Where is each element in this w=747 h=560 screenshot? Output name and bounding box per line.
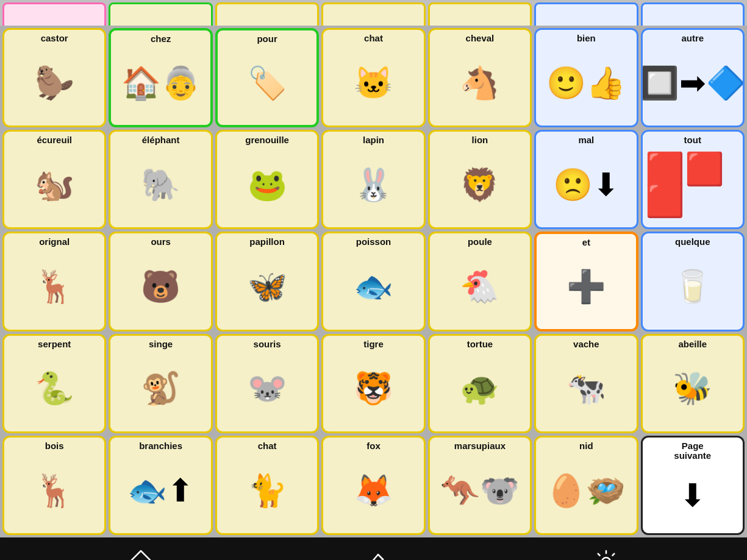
card-image: 🥛 — [645, 247, 740, 326]
card-image: 🐟⬆ — [113, 451, 208, 530]
card-image: 🐸 — [220, 146, 315, 224]
card-label: Page suivante — [674, 441, 711, 461]
card-fox[interactable]: fox🦊 — [321, 436, 425, 535]
edit-icon[interactable] — [360, 548, 387, 561]
card-label: tigre — [363, 339, 384, 350]
card-image: ⬇ — [645, 461, 740, 530]
card-papillon[interactable]: papillon🦋 — [215, 232, 319, 331]
card-image: 🐻 — [113, 247, 208, 326]
card-orignal[interactable]: orignal🦌 — [2, 232, 106, 331]
top-card-0[interactable] — [2, 2, 106, 26]
card-grenouille[interactable]: grenouille🐸 — [215, 130, 319, 229]
card-image: 🐴 — [432, 44, 527, 122]
top-card-1[interactable] — [109, 2, 212, 26]
card-castor[interactable]: castor🦫 — [2, 28, 106, 127]
card-chat[interactable]: chat🐈 — [215, 436, 319, 535]
card-label: quelque — [675, 237, 710, 247]
card-label: poule — [468, 237, 492, 247]
card-poisson[interactable]: poisson🐟 — [321, 232, 425, 331]
card-quelque[interactable]: quelque🥛 — [641, 232, 745, 331]
card-abeille[interactable]: abeille🐝 — [641, 334, 745, 433]
svg-point-5 — [602, 558, 610, 561]
top-card-6[interactable] — [641, 2, 745, 26]
card-image: 🐱 — [326, 44, 421, 122]
card-nid[interactable]: nid🥚🪺 — [534, 436, 638, 535]
card-label: marsupiaux — [454, 441, 506, 452]
card-label: écureuil — [37, 135, 72, 146]
card-image: 🐟 — [326, 247, 421, 326]
card-ours[interactable]: ours🐻 — [109, 232, 212, 331]
card-image: 🐒 — [113, 349, 208, 428]
card-label: chat — [364, 34, 383, 44]
card-label: vache — [573, 339, 599, 350]
main-grid: castor🦫chez🏠👵pour🏷️chat🐱cheval🐴bien🙂👍aut… — [0, 26, 747, 537]
card-poule[interactable]: poule🐔 — [428, 232, 532, 331]
card-label: souris — [254, 339, 281, 350]
card-vache[interactable]: vache🐄 — [534, 334, 638, 433]
card-souris[interactable]: souris🐭 — [215, 334, 319, 433]
card-branchies[interactable]: branchies🐟⬆ — [109, 436, 212, 535]
settings-icon[interactable] — [593, 548, 620, 561]
card-image: 🟥🟥🟥 — [645, 146, 740, 224]
top-card-3[interactable] — [321, 2, 425, 26]
svg-line-1 — [365, 555, 378, 561]
card-image: 🐿️ — [7, 146, 102, 224]
card-et[interactable]: et➕ — [534, 232, 638, 331]
card-bien[interactable]: bien🙂👍 — [534, 28, 638, 127]
card-image: 🦫 — [7, 44, 102, 122]
card-lapin[interactable]: lapin🐰 — [321, 130, 425, 229]
card-bois[interactable]: bois🦌 — [2, 436, 106, 535]
card-label: orignal — [39, 237, 70, 247]
card-image: 🙁⬇ — [538, 146, 634, 224]
card-label: chez — [151, 34, 171, 44]
top-card-5[interactable] — [534, 2, 638, 26]
bottom-bar — [0, 537, 747, 560]
card-label: poisson — [356, 237, 391, 247]
top-card-2[interactable] — [215, 2, 319, 26]
card-label: pour — [257, 34, 277, 44]
card-image: 🦘🐨 — [432, 451, 527, 530]
card-image: 🐭 — [220, 349, 315, 428]
card-éléphant[interactable]: éléphant🐘 — [109, 130, 212, 229]
card-tout[interactable]: tout🟥🟥🟥 — [641, 130, 745, 229]
card-label: lion — [472, 135, 488, 146]
card-image: 🏷️ — [220, 44, 314, 122]
card-chez[interactable]: chez🏠👵 — [109, 28, 212, 127]
card-label: singe — [149, 339, 173, 350]
card-image: 🦌 — [7, 247, 102, 326]
card-label: fox — [366, 441, 381, 452]
card-tigre[interactable]: tigre🐯 — [321, 334, 425, 433]
card-image: ➕ — [539, 248, 633, 325]
card-label: ours — [151, 237, 171, 247]
card-marsupiaux[interactable]: marsupiaux🦘🐨 — [428, 436, 532, 535]
card-label: grenouille — [245, 135, 289, 146]
top-card-4[interactable] — [428, 2, 532, 26]
card-cheval[interactable]: cheval🐴 — [428, 28, 532, 127]
card-label: mal — [578, 135, 594, 146]
svg-line-2 — [378, 555, 383, 559]
card-label: et — [582, 238, 590, 248]
card-image: 🐘 — [113, 146, 208, 224]
card-label: tout — [684, 135, 701, 146]
home-icon[interactable] — [127, 548, 154, 561]
card-écureuil[interactable]: écureuil🐿️ — [2, 130, 106, 229]
card-mal[interactable]: mal🙁⬇ — [534, 130, 638, 229]
card-chat[interactable]: chat🐱 — [321, 28, 425, 127]
card-pour[interactable]: pour🏷️ — [215, 28, 319, 127]
card-label: abeille — [678, 339, 707, 350]
card-image: 🐯 — [326, 349, 421, 428]
card-image: 🐢 — [432, 349, 527, 428]
card-label: bois — [45, 441, 64, 452]
card-page-suivante[interactable]: Page suivante⬇ — [641, 436, 745, 535]
card-tortue[interactable]: tortue🐢 — [428, 334, 532, 433]
svg-marker-0 — [130, 551, 152, 561]
card-lion[interactable]: lion🦁 — [428, 130, 532, 229]
card-singe[interactable]: singe🐒 — [109, 334, 212, 433]
top-row — [0, 0, 747, 26]
card-label: serpent — [38, 339, 71, 350]
card-label: tortue — [467, 339, 493, 350]
card-label: cheval — [466, 34, 495, 44]
card-autre[interactable]: autre🔲➡🔷 — [641, 28, 745, 127]
card-serpent[interactable]: serpent🐍 — [2, 334, 106, 433]
card-image: 🐔 — [432, 247, 527, 326]
